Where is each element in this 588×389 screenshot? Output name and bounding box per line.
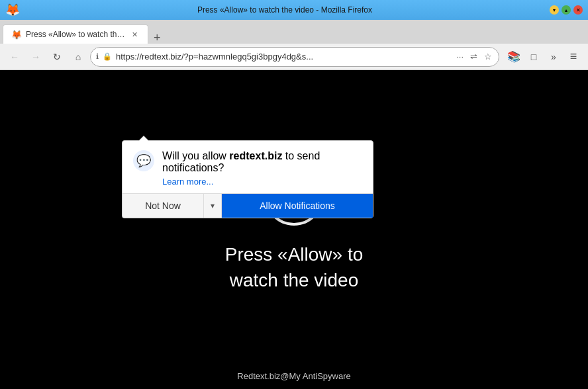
notification-body: 💬 Will you allow redtext.biz to send not…	[122, 141, 373, 193]
minimize-button[interactable]: ▾	[550, 5, 559, 15]
home-button[interactable]: ⌂	[69, 48, 87, 66]
chat-icon: 💬	[136, 153, 151, 168]
tab-favicon: 🦊	[11, 30, 22, 40]
address-bar-icons: ··· ⇌ ☆	[455, 50, 493, 63]
window-controls: ▾ ▴ ✕	[550, 5, 583, 15]
forward-button[interactable]: →	[26, 48, 45, 66]
window-title: Press «Allow» to watch the video - Mozil…	[20, 5, 550, 15]
browser-content: Press «Allow» to watch the video Redtext…	[0, 70, 588, 389]
tab-close-button[interactable]: ✕	[129, 29, 140, 40]
video-text: Press «Allow» to watch the video	[225, 241, 364, 293]
not-now-button[interactable]: Not Now	[122, 194, 204, 218]
new-tab-button[interactable]: +	[148, 32, 166, 44]
notification-popup: 💬 Will you allow redtext.biz to send not…	[122, 140, 373, 218]
tab-bar: 🦊 Press «Allow» to watch the... ✕ +	[0, 20, 588, 44]
sync-icon[interactable]: ⇌	[469, 50, 479, 63]
lock-icon: 🔒	[103, 52, 112, 61]
reload-button[interactable]: ↻	[48, 48, 66, 66]
overflow-button[interactable]: »	[544, 48, 563, 66]
footer-text: Redtext.biz@My AntiSpyware	[237, 371, 350, 381]
active-tab[interactable]: 🦊 Press «Allow» to watch the... ✕	[3, 24, 148, 44]
back-button[interactable]: ←	[5, 48, 24, 66]
bookmark-star-button[interactable]: ☆	[483, 50, 493, 63]
close-button[interactable]: ✕	[573, 5, 583, 15]
notification-footer: Not Now ▾ Allow Notifications	[122, 193, 373, 218]
containers-button[interactable]: □	[524, 48, 543, 66]
url-input[interactable]	[116, 52, 451, 62]
menu-button[interactable]: ≡	[564, 48, 583, 66]
firefox-logo-icon: 🦊	[5, 3, 20, 17]
allow-notifications-button[interactable]: Allow Notifications	[222, 194, 373, 218]
address-bar: ℹ 🔒 ··· ⇌ ☆	[90, 47, 499, 67]
title-bar: 🦊 Press «Allow» to watch the video - Moz…	[0, 0, 588, 20]
message-prefix: Will you allow	[162, 150, 229, 161]
nav-right-icons: 📚 □ » ≡	[505, 48, 583, 66]
library-button[interactable]: 📚	[505, 48, 523, 66]
learn-more-link[interactable]: Learn more...	[162, 177, 362, 187]
notification-icon: 💬	[133, 150, 154, 171]
info-icon[interactable]: ℹ	[96, 52, 99, 61]
more-button[interactable]: ···	[455, 50, 465, 63]
tab-label: Press «Allow» to watch the...	[26, 30, 125, 39]
maximize-button[interactable]: ▴	[562, 5, 571, 15]
nav-bar: ← → ↻ ⌂ ℹ 🔒 ··· ⇌ ☆ 📚 □ » ≡	[0, 44, 588, 70]
site-name: redtext.biz	[229, 150, 282, 161]
popup-arrow	[138, 136, 149, 141]
dropdown-arrow-button[interactable]: ▾	[204, 194, 222, 218]
notification-message: Will you allow redtext.biz to send notif…	[162, 150, 362, 187]
